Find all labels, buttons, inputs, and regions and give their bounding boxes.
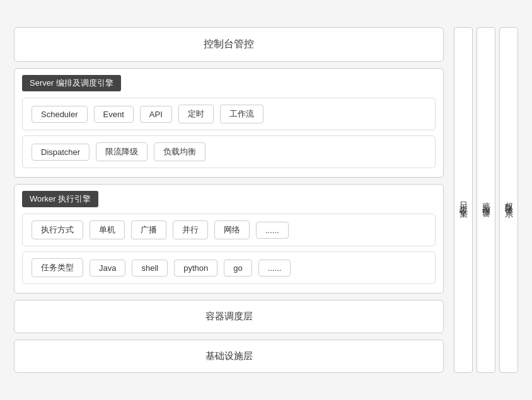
server-row2-box: Dispatcher 限流降级 负载均衡 [22,135,436,168]
container-layer: 容器调度层 [14,300,444,333]
control-panel-label: 控制台管控 [204,38,254,49]
tag-rate-limit: 限流降级 [96,142,147,161]
main-content: 控制台管控 Server 编排及调度引擎 Scheduler Event API… [14,27,444,373]
worker-section: Worker 执行引擎 执行方式 单机 广播 并行 网络 ...... 任务类型… [14,184,444,294]
tag-parallel: 并行 [173,220,208,239]
container-layer-label: 容器调度层 [205,311,253,321]
infra-layer-label: 基础设施层 [205,350,253,361]
worker-row2-box: 任务类型 Java shell python go ...... [22,251,436,284]
worker-section-header: Worker 执行引擎 [22,191,98,207]
server-section-header: Server 编排及调度引擎 [22,75,121,91]
worker-row1: 执行方式 单机 广播 并行 网络 ...... [32,220,426,239]
tag-scheduler: Scheduler [32,106,88,123]
tag-api: API [140,106,172,123]
tag-load-balance: 负载均衡 [154,142,205,161]
server-row1-box: Scheduler Event API 定时 工作流 [22,98,436,130]
tag-timer: 定时 [178,105,214,123]
tag-network: 网络 [214,220,250,239]
worker-row1-box: 执行方式 单机 广播 并行 网络 ...... [22,214,436,246]
tag-event: Event [94,106,134,123]
tag-broadcast: 广播 [131,220,166,239]
tag-workflow: 工作流 [220,105,263,123]
tag-task-type: 任务类型 [32,258,83,277]
monitor-panel-text: 监控报警 [480,195,492,205]
control-panel: 控制台管控 [14,27,444,62]
server-row1: Scheduler Event API 定时 工作流 [32,105,426,123]
tag-more1: ...... [256,222,289,239]
server-row2: Dispatcher 限流降级 负载均衡 [32,142,426,161]
tag-more2: ...... [258,260,291,277]
auth-panel-text: 权限体系 [503,195,514,205]
tag-go: go [224,260,252,277]
server-section: Server 编排及调度引擎 Scheduler Event API 定时 工作… [14,68,444,178]
infra-layer: 基础设施层 [14,340,444,373]
log-panel-text: 日志收集 [458,195,469,205]
tag-dispatcher: Dispatcher [32,144,90,161]
worker-row2: 任务类型 Java shell python go ...... [32,258,426,277]
monitor-panel: 监控报警 [477,27,495,373]
auth-panel: 权限体系 [499,27,518,373]
tag-exec-mode: 执行方式 [32,220,83,239]
tag-single: 单机 [90,220,125,239]
tag-java: Java [90,260,125,277]
right-panels: 日志收集 监控报警 权限体系 [450,27,518,373]
log-panel: 日志收集 [454,27,473,373]
tag-shell: shell [132,260,168,277]
tag-python: python [174,260,217,277]
